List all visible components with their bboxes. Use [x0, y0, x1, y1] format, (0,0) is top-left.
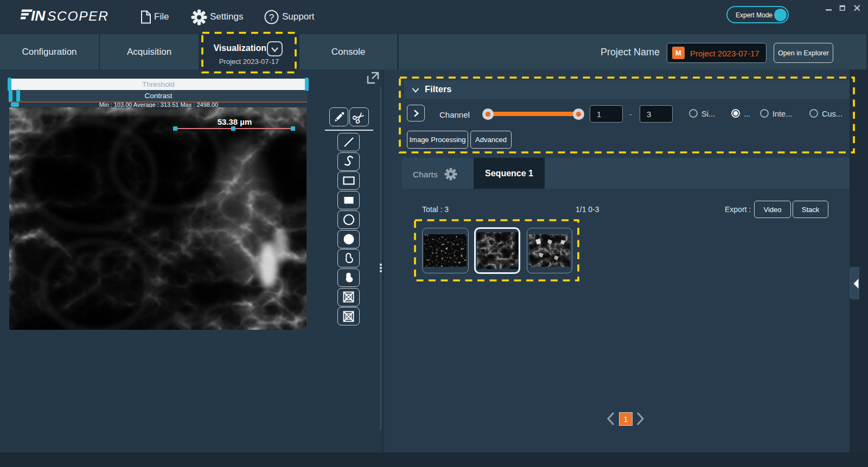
- svg-text:IN: IN: [31, 8, 46, 24]
- svg-text:SCOPER: SCOPER: [47, 9, 109, 23]
- svg-text:?: ?: [269, 12, 274, 23]
